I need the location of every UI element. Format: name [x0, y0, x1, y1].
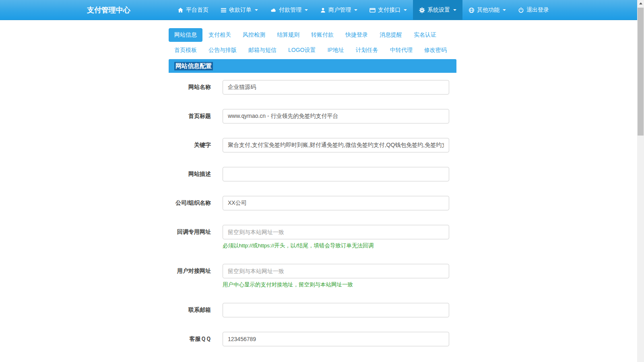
nav-item-other-functions[interactable]: 其他功能 [462, 0, 512, 20]
caret-down-icon [503, 9, 506, 11]
field-label: 公司/组织名称 [175, 196, 211, 210]
form-group-callback-url: 回调专用网址 必须以http://或https://开头，以/结尾，填错会导致订… [175, 225, 450, 249]
nav-item-label: 收款订单 [229, 6, 252, 14]
field-label: 客服ＱＱ [175, 332, 211, 346]
settings-tabs-row1: 网站信息 支付相关 风控检测 结算规则 转账付款 快捷登录 消息提醒 实名认证 [169, 28, 456, 42]
field-label: 关键字 [175, 138, 211, 152]
main-menu: 平台首页 收款订单 付款管理 商户管理 [171, 0, 555, 20]
user-link-url-input[interactable] [223, 264, 449, 278]
scrollbar-thumb[interactable] [638, 8, 644, 136]
nav-item-system-settings[interactable]: 系统设置 [413, 0, 462, 20]
service-qq-input[interactable] [223, 332, 449, 346]
panel-heading: 网站信息配置 [169, 59, 456, 73]
nav-item-label: 商户管理 [328, 6, 351, 14]
card-icon [369, 7, 376, 13]
nav-item-label: 支付接口 [378, 6, 400, 14]
tab-transfer-payment[interactable]: 转账付款 [305, 28, 339, 42]
tab-settlement-rules[interactable]: 结算规则 [271, 28, 305, 42]
form-group-company-name: 公司/组织名称 [175, 196, 450, 210]
tab-transit-proxy[interactable]: 中转代理 [384, 43, 418, 57]
nav-item-logout[interactable]: 退出登录 [512, 0, 555, 20]
site-info-form: 网站名称 首页标题 关键字 网站描述 [169, 73, 456, 362]
list-icon [221, 7, 227, 13]
cloud-icon [270, 7, 277, 13]
settings-tabs-row2: 首页模板 公告与排版 邮箱与短信 LOGO设置 IP地址 计划任务 中转代理 修… [169, 43, 456, 57]
scroll-up-button[interactable] [637, 0, 644, 7]
home-title-input[interactable] [223, 109, 449, 123]
tab-email-sms[interactable]: 邮箱与短信 [243, 43, 282, 57]
nav-item-label: 系统设置 [427, 6, 450, 14]
field-label: 网站描述 [175, 167, 211, 181]
field-label: 回调专用网址 [175, 225, 211, 239]
gear-icon [419, 7, 425, 13]
power-icon [518, 7, 524, 13]
caret-down-icon [453, 9, 456, 11]
nav-item-platform-home[interactable]: 平台首页 [171, 0, 215, 20]
field-label: 首页标题 [175, 109, 211, 123]
caret-down-icon [255, 9, 258, 11]
form-group-contact-email: 联系邮箱 [175, 303, 450, 317]
site-info-panel: 网站信息配置 网站名称 首页标题 关键字 [169, 59, 456, 362]
form-group-site-description: 网站描述 [175, 167, 450, 181]
tab-ip-address[interactable]: IP地址 [322, 43, 349, 57]
form-group-service-qq: 客服ＱＱ [175, 332, 450, 346]
tab-cron-tasks[interactable]: 计划任务 [350, 43, 384, 57]
tab-payment-related[interactable]: 支付相关 [203, 28, 237, 42]
site-name-input[interactable] [223, 80, 449, 95]
form-group-user-link-url: 用户对接网址 用户中心显示的支付对接地址，留空则与本站网址一致 [175, 264, 450, 288]
brand-title[interactable]: 支付管理中心 [82, 0, 135, 20]
scrollbar[interactable] [637, 0, 644, 362]
user-icon [320, 7, 326, 13]
field-label: 联系邮箱 [175, 303, 211, 317]
callback-url-input[interactable] [223, 225, 449, 239]
panel-title: 网站信息配置 [174, 62, 213, 70]
user-link-url-help: 用户中心显示的支付对接地址，留空则与本站网址一致 [223, 281, 450, 288]
top-navbar: 支付管理中心 平台首页 收款订单 付款管理 [0, 0, 637, 20]
nav-item-payout-management[interactable]: 付款管理 [264, 0, 314, 20]
tab-change-password[interactable]: 修改密码 [419, 43, 452, 57]
tab-quick-login[interactable]: 快捷登录 [340, 28, 374, 42]
tab-message-notify[interactable]: 消息提醒 [374, 28, 408, 42]
home-icon [178, 7, 184, 13]
nav-item-label: 付款管理 [279, 6, 301, 14]
keywords-input[interactable] [223, 138, 449, 152]
tab-home-template[interactable]: 首页模板 [169, 43, 202, 57]
form-group-home-title: 首页标题 [175, 109, 450, 123]
contact-email-input[interactable] [223, 303, 449, 317]
nav-item-merchant-management[interactable]: 商户管理 [314, 0, 363, 20]
caret-down-icon [354, 9, 357, 11]
tab-logo-settings[interactable]: LOGO设置 [283, 43, 321, 57]
callback-url-help: 必须以http://或https://开头，以/结尾，填错会导致订单无法回调 [223, 242, 450, 249]
field-label: 用户对接网址 [175, 264, 211, 278]
tab-realname-auth[interactable]: 实名认证 [408, 28, 442, 42]
caret-down-icon [404, 9, 407, 11]
globe-icon [469, 7, 475, 13]
tab-notice-layout[interactable]: 公告与排版 [203, 43, 242, 57]
nav-item-label: 平台首页 [186, 6, 208, 14]
site-description-input[interactable] [223, 167, 449, 181]
nav-item-label: 退出登录 [526, 6, 549, 14]
tab-site-info[interactable]: 网站信息 [169, 28, 202, 42]
tab-risk-control[interactable]: 风控检测 [237, 28, 271, 42]
form-group-keywords: 关键字 [175, 138, 450, 152]
nav-item-receive-orders[interactable]: 收款订单 [215, 0, 264, 20]
company-name-input[interactable] [223, 196, 449, 210]
caret-down-icon [305, 9, 308, 11]
form-group-site-name: 网站名称 [175, 80, 450, 95]
settings-page: 网站信息 支付相关 风控检测 结算规则 转账付款 快捷登录 消息提醒 实名认证 … [169, 28, 456, 362]
nav-item-payment-interface[interactable]: 支付接口 [363, 0, 413, 20]
scroll-up-arrow-icon [639, 2, 642, 4]
nav-item-label: 其他功能 [477, 6, 500, 14]
field-label: 网站名称 [175, 80, 211, 95]
navbar-container: 支付管理中心 平台首页 收款订单 付款管理 [82, 0, 555, 20]
